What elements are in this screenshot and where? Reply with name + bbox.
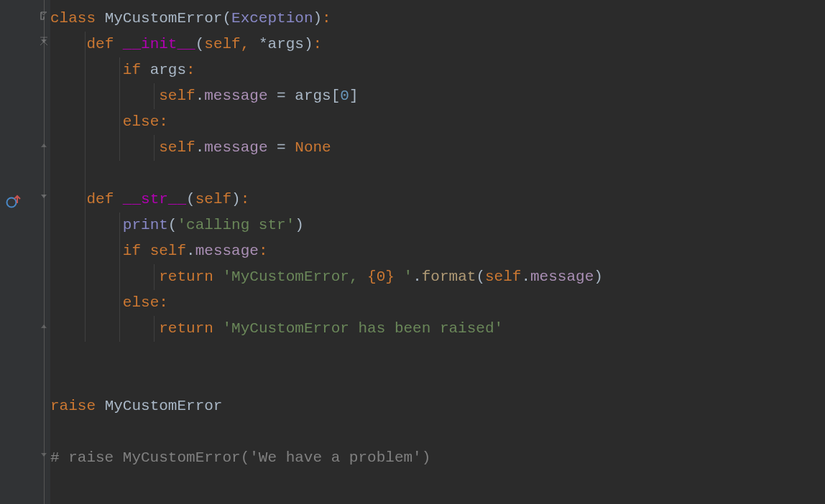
code-line[interactable]: if self.message: [50, 238, 825, 264]
code-line[interactable]: # raise MyCustomError('We have a problem… [50, 445, 825, 471]
code-line[interactable]: def __init__(self, *args): [50, 32, 825, 57]
method-name: __init__ [123, 36, 195, 52]
blank-line[interactable] [50, 368, 825, 393]
code-line[interactable]: return 'MyCustomError has been raised' [50, 316, 825, 342]
code-line[interactable]: else: [50, 290, 825, 316]
gutter [0, 0, 37, 504]
exception-name: MyCustomError [105, 398, 223, 414]
attribute: message [204, 139, 267, 156]
code-line[interactable]: self.message = args[0] [50, 83, 825, 109]
keyword-raise: raise [50, 398, 96, 414]
fold-end-marker[interactable] [39, 140, 49, 150]
string-literal: 'MyCustomError has been raised' [222, 320, 503, 337]
comment: # raise MyCustomError('We have a problem… [50, 449, 430, 466]
keyword-def: def [86, 36, 114, 52]
fold-marker-comment[interactable] [39, 450, 49, 460]
blank-line[interactable] [50, 161, 825, 187]
fold-marker-def-str[interactable] [39, 192, 49, 202]
code-line[interactable]: if args: [50, 57, 825, 83]
code-line[interactable]: return 'MyCustomError, {0} '.format(self… [50, 264, 825, 290]
code-line[interactable]: raise MyCustomError [50, 393, 825, 419]
blank-line[interactable] [50, 342, 825, 368]
method-name: __str__ [123, 191, 186, 207]
attribute: message [204, 88, 267, 104]
builtin-print: print [123, 217, 168, 233]
class-name: MyCustomError [105, 10, 223, 27]
keyword-if: if [123, 243, 141, 259]
keyword-return: return [159, 269, 213, 285]
code-line[interactable]: def __str__(self): [50, 187, 825, 213]
fold-gutter-line [44, 0, 45, 504]
svg-marker-4 [41, 453, 47, 457]
svg-marker-1 [41, 144, 47, 147]
keyword-else: else [123, 113, 159, 130]
override-method-icon[interactable] [6, 193, 20, 207]
keyword-class: class [50, 10, 96, 27]
code-line[interactable]: class MyCustomError(Exception): [50, 6, 825, 32]
keyword-if: if [123, 62, 141, 78]
keyword-none: None [295, 139, 331, 156]
code-editor[interactable]: class MyCustomError(Exception): def __in… [50, 0, 825, 504]
attribute: message [195, 243, 259, 259]
method-call: format [422, 269, 476, 285]
blank-line[interactable] [50, 419, 825, 445]
code-line[interactable]: else: [50, 109, 825, 135]
svg-marker-0 [41, 39, 47, 43]
string-literal: 'calling str' [177, 217, 295, 233]
format-placeholder: {0} [367, 269, 395, 285]
keyword-else: else [123, 294, 159, 311]
svg-marker-3 [41, 325, 47, 328]
keyword-def: def [86, 191, 114, 207]
fold-marker-class[interactable] [39, 11, 49, 21]
fold-end-marker-str[interactable] [39, 321, 49, 331]
code-line[interactable]: self.message = None [50, 135, 825, 161]
svg-marker-2 [41, 195, 47, 198]
fold-marker-def-init[interactable] [39, 37, 49, 47]
keyword-return: return [159, 320, 213, 337]
base-class: Exception [231, 10, 313, 27]
code-line[interactable]: print('calling str') [50, 213, 825, 238]
